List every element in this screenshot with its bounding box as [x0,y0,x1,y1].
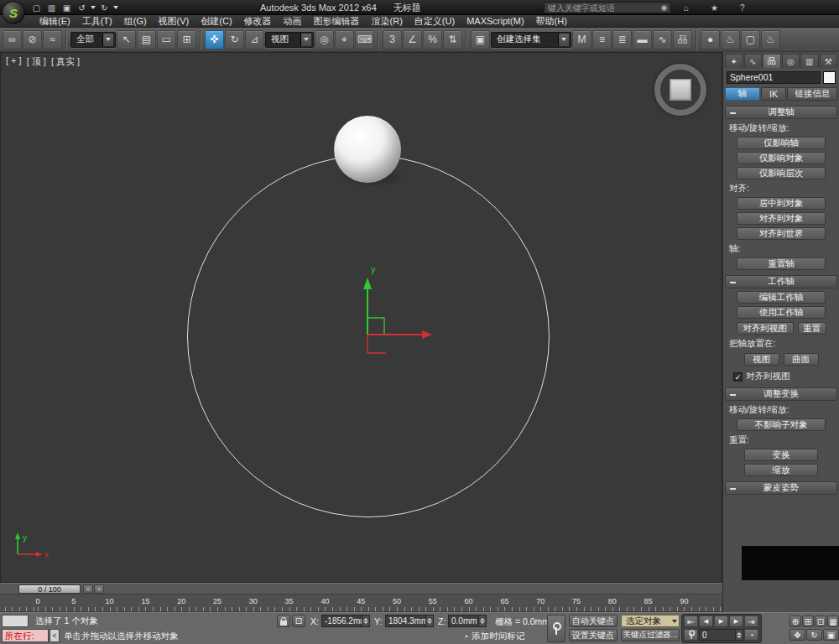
place-surface-button[interactable]: 曲面 [784,353,819,366]
keyboard-shortcut-override-button[interactable]: ⌨ [355,30,374,49]
align-to-view-checkbox[interactable]: ✓ [733,372,743,382]
select-object-button[interactable]: ↖ [117,30,136,49]
zoom-button[interactable]: ⊕ [789,615,801,627]
window-crossing-toggle-button[interactable]: ⊞ [177,30,196,49]
redo-dropdown-caret-icon[interactable] [113,6,118,9]
unlink-selection-button[interactable]: ⊘ [23,30,42,49]
align-to-view-button[interactable]: 对齐到视图 [737,322,794,335]
menu-item-1[interactable]: 编辑(E) [34,15,76,28]
bind-to-space-warp-button[interactable]: ≈ [43,30,62,49]
spinner-snap-button[interactable]: ⇅ [443,30,462,49]
new-file-button[interactable]: ▢ [30,2,43,13]
set-key-button[interactable]: 设置关键点 [569,629,618,641]
selection-filter-caret[interactable] [102,34,113,46]
redo-button[interactable]: ↻ [98,2,111,13]
time-slider-track[interactable]: 0 / 100 < > [0,583,722,595]
auto-key-button[interactable]: 自动关键点 [569,615,618,627]
viewport-menu-label[interactable]: [ + ] [6,55,22,68]
menu-item-4[interactable]: 视图(V) [153,15,195,28]
named-selection-sets-caret[interactable] [558,34,569,46]
reset-working-pivot-button[interactable]: 重置 [798,322,826,335]
set-keys-button[interactable] [547,615,565,642]
select-and-manipulate-button[interactable]: ⌖ [335,30,354,49]
y-coordinate-value[interactable]: 1804.3mm [386,616,425,626]
graphite-ribbon-toggle-button[interactable]: ▬ [633,30,652,49]
reset-transform-button[interactable]: 变换 [744,449,818,461]
subtab-pivot[interactable]: 轴 [725,87,760,101]
object-color-swatch[interactable] [823,71,836,84]
absolute-mode-toggle[interactable]: ⊡ [292,615,305,627]
named-selection-sets-dropdown[interactable]: 创建选择集 [491,32,571,48]
percent-snap-button[interactable]: % [423,30,442,49]
z-coordinate-field[interactable]: 0.0mm [448,615,487,627]
zoom-all-button[interactable]: ⊞ [802,615,814,627]
edit-named-selection-sets-button[interactable]: ▣ [471,30,490,49]
go-to-end-button[interactable]: ⇥ [744,615,758,627]
tab-hierarchy[interactable]: 品 [763,54,781,68]
menu-item-12[interactable]: 帮助(H) [530,15,573,28]
undo-button[interactable]: ↺ [76,2,88,13]
schematic-view-button[interactable]: 品 [673,30,692,49]
menu-item-3[interactable]: 组(G) [118,15,153,28]
place-view-button[interactable]: 视图 [744,353,779,366]
dont-affect-children-button[interactable]: 不影响子对象 [737,418,826,431]
layer-manager-button[interactable]: ≣ [612,30,632,49]
current-frame-field[interactable]: 0 [699,629,743,641]
menu-item-10[interactable]: 自定义(U) [409,15,461,28]
menu-item-6[interactable]: 修改器 [238,15,278,28]
z-coordinate-value[interactable]: 0.0mm [449,616,478,626]
y-coordinate-field[interactable]: 1804.3mm [385,615,434,627]
open-file-button[interactable]: ▥ [45,2,58,13]
select-and-scale-button[interactable]: ⊿ [245,30,264,49]
time-slider-handle[interactable]: 0 / 100 [18,584,81,594]
edit-working-pivot-button[interactable]: 编辑工作轴 [737,291,826,304]
x-spinner[interactable] [362,615,369,626]
rectangular-selection-region-button[interactable]: ▭ [157,30,176,49]
render-production-button[interactable]: ♨ [761,30,780,49]
time-configuration-button[interactable]: ◔ [744,629,758,641]
select-and-rotate-button[interactable]: ↻ [225,30,244,49]
reset-scale-button[interactable]: 缩放 [744,464,818,476]
viewport-shading-label[interactable]: [ 真实 ] [51,55,80,68]
maximize-viewport-button[interactable]: ▣ [823,629,839,641]
zoom-extents-button[interactable]: ⊡ [815,615,826,627]
y-spinner[interactable] [425,615,433,626]
menu-item-8[interactable]: 图形编辑器 [308,15,366,28]
z-spinner[interactable] [478,615,486,626]
previous-frame-mini-button[interactable]: < [83,584,93,594]
menu-item-9[interactable]: 渲染(R) [366,15,409,28]
viewcube-face[interactable] [670,79,691,101]
x-coordinate-value[interactable]: -1856.2mm [322,616,362,626]
selection-filter-dropdown[interactable]: 全部 [70,32,116,48]
play-animation-button[interactable]: ▶ [714,615,728,627]
align-to-world-button[interactable]: 对齐到世界 [737,227,826,240]
sphere-object[interactable] [334,116,401,183]
subtab-ik[interactable]: IK [761,87,787,101]
search-icon[interactable]: ◉ [658,3,670,12]
orbit-view-button[interactable]: ↻ [806,629,822,641]
select-and-move-button[interactable]: ✜ [205,30,224,49]
reset-pivot-button[interactable]: 重置轴 [737,257,826,270]
next-frame-mini-button[interactable]: > [94,584,104,594]
save-file-button[interactable]: ▣ [60,2,73,13]
use-pivot-center-button[interactable]: ◎ [315,30,334,49]
frame-spinner[interactable] [735,630,743,640]
time-ruler[interactable]: 051015202530354045505560657075808590 [0,595,722,612]
mirror-button[interactable]: M [572,30,591,49]
rollout-working-pivot-header[interactable]: 工作轴 [725,275,837,288]
next-frame-button[interactable]: ▶ [729,615,743,627]
rollout-skin-pose-header[interactable]: 蒙皮姿势 [725,481,837,495]
align-button[interactable]: ≡ [592,30,612,49]
material-editor-button[interactable]: ● [701,30,720,49]
favorites-icon[interactable]: ★ [711,3,718,13]
affect-pivot-only-button[interactable]: 仅影响轴 [737,137,826,149]
center-to-object-button[interactable]: 居中到对象 [737,197,826,210]
current-frame-value[interactable]: 0 [700,631,735,640]
menu-item-11[interactable]: MAXScript(M) [461,15,529,28]
reference-coordinate-dropdown[interactable]: 视图 [265,32,314,48]
tab-modify[interactable]: ∿ [744,54,763,68]
previous-frame-button[interactable]: ◀ [699,615,713,627]
align-to-object-button[interactable]: 对齐到对象 [737,212,826,225]
key-set-dropdown[interactable]: 选定对象 [621,615,680,627]
selection-lock-toggle[interactable] [277,615,290,627]
